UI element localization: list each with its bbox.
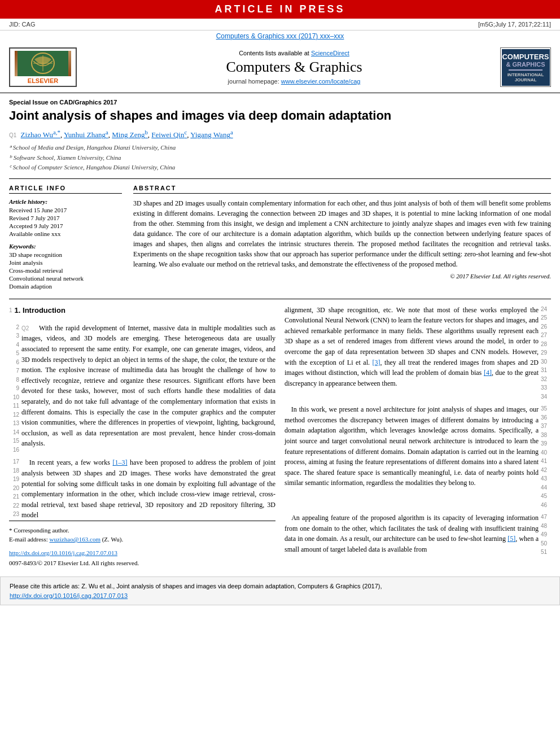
journal-homepage: journal homepage: www.elsevier.com/locat… xyxy=(88,78,500,85)
article-info-abstract: ARTICLE INFO Article history: Received 1… xyxy=(9,185,551,291)
article-history-label: Article history: xyxy=(9,198,122,205)
homepage-link[interactable]: www.elsevier.com/locate/cag xyxy=(281,78,361,85)
left-col-para1: Q2 With the rapid development of Interne… xyxy=(21,323,275,449)
section-number: 1 xyxy=(9,306,12,315)
author-yunhui[interactable]: Yunhui Zhanga xyxy=(64,130,108,139)
abstract-heading: ABSTRACT xyxy=(133,185,551,194)
right-body-col: alignment, 3D shape recognition, etc. We… xyxy=(285,305,551,567)
special-issue-label: Special Issue on CAD/Graphics 2017 xyxy=(9,99,551,106)
ref-1-3[interactable]: [1–3] xyxy=(113,458,128,466)
right-col-para3: An appealing feature of the proposed alg… xyxy=(285,513,539,554)
author-yigang[interactable]: Yigang Wanga xyxy=(190,130,233,139)
revised-date: Revised 7 July 2017 xyxy=(9,215,122,221)
author-feiwei[interactable]: Feiwei Qinc xyxy=(151,130,187,139)
journal-logo-right: COMPUTERS & GRAPHICS INTERNATIONAL JOURN… xyxy=(500,47,551,87)
intro-heading: 1. Introduction xyxy=(15,305,65,316)
footnote-section: * Corresponding author. E-mail address: … xyxy=(9,521,275,567)
keywords-label: Keywords: xyxy=(9,243,122,250)
affiliation-a: ᵃ School of Media and Design, Hangzhou D… xyxy=(9,143,551,153)
corresponding-author: * Corresponding author. xyxy=(9,526,275,535)
email-link[interactable]: wuzizhao@163.com xyxy=(49,536,100,543)
divider-1 xyxy=(9,178,551,179)
elsevier-logo: ELSEVIER xyxy=(9,47,77,87)
journal-header: ELSEVIER Contents lists available at Sci… xyxy=(0,42,560,93)
keyword-4: Convolutional neural network xyxy=(9,275,122,282)
accepted-date: Accepted 9 July 2017 xyxy=(9,222,122,229)
journal-center: Contents lists available at ScienceDirec… xyxy=(88,50,500,85)
article-info-panel: ARTICLE INFO Article history: Received 1… xyxy=(9,185,122,291)
sciencedirect-link[interactable]: ScienceDirect xyxy=(311,50,349,56)
article-info-heading: ARTICLE INFO xyxy=(9,185,122,194)
citation-text: Please cite this article as: Z. Wu et al… xyxy=(10,583,382,589)
q2-marker: Q2 xyxy=(21,325,29,331)
learn-word: learn xyxy=(398,316,412,324)
author-ming[interactable]: Ming Zengb xyxy=(112,130,148,139)
contents-available-text: Contents lists available at ScienceDirec… xyxy=(88,50,500,56)
elsevier-label: ELSEVIER xyxy=(28,77,58,84)
right-col-para1: alignment, 3D shape recognition, etc. We… xyxy=(285,305,539,389)
keyword-5: Domain adaption xyxy=(9,283,122,290)
abstract-panel: ABSTRACT 3D shapes and 2D images usually… xyxy=(133,185,551,291)
paper-title: Joint analysis of shapes and images via … xyxy=(9,108,551,124)
ref-5[interactable]: [5] xyxy=(508,535,515,543)
left-col-para2: In recent years, a few works [1–3] have … xyxy=(21,457,275,521)
body-two-col: 1 1. Introduction 2345678910111213141516… xyxy=(9,305,551,567)
email-line: E-mail address: wuzizhao@163.com (Z. Wu)… xyxy=(9,535,275,544)
issn-text: 0097-8493/© 2017 Elsevier Ltd. All right… xyxy=(9,558,275,568)
keyword-1: 3D shape recognition xyxy=(9,251,122,258)
jid-label: JID: CAG xyxy=(9,21,35,28)
affiliation-b: ᵇ Software School, Xiamen University, Ch… xyxy=(9,153,551,163)
left-line-numbers-2: 17181920212223 xyxy=(9,457,21,519)
keyword-3: Cross-modal retrieval xyxy=(9,267,122,274)
received-date: Received 15 June 2017 xyxy=(9,207,122,213)
citation-bar: Please cite this article as: Z. Wu et al… xyxy=(0,576,560,605)
available-online: Available online xxx xyxy=(9,230,122,237)
journal-volume-link[interactable]: Computers & Graphics xxx (2017) xxx–xxx xyxy=(216,32,344,40)
citation-doi-link[interactable]: http://dx.doi.org/10.1016/j.cag.2017.07.… xyxy=(10,592,128,599)
left-body-col: 1 1. Introduction 2345678910111213141516… xyxy=(9,305,275,567)
copyright: © 2017 Elsevier Ltd. All rights reserved… xyxy=(133,273,551,279)
doi-link[interactable]: http://dx.doi.org/10.1016/j.cag.2017.07.… xyxy=(9,549,117,556)
ref-3[interactable]: [3] xyxy=(373,359,380,366)
affiliations: ᵃ School of Media and Design, Hangzhou D… xyxy=(9,143,551,173)
right-line-numbers-1: 2425262728293031323334 xyxy=(539,305,551,401)
main-content: Special Issue on CAD/Graphics 2017 Joint… xyxy=(0,93,560,576)
abstract-text: 3D shapes and 2D images usually contain … xyxy=(133,198,551,269)
author-zizhao[interactable]: Zizhao Wua,* xyxy=(21,130,60,139)
right-line-numbers-3: 4748495051 xyxy=(539,513,551,557)
para-indent-marker xyxy=(32,324,39,332)
article-in-press-banner: ARTICLE IN PRESS xyxy=(0,0,560,19)
ref-4[interactable]: [4] xyxy=(484,369,492,377)
meta-info: [m5G;July 17, 2017;22:11] xyxy=(478,21,551,28)
body-section: 1 1. Introduction 2345678910111213141516… xyxy=(9,299,551,567)
q1-marker: Q1 xyxy=(9,132,16,138)
authors-line: Q1 Zizhao Wua,*, Yunhui Zhanga, Ming Zen… xyxy=(9,129,551,139)
keyword-2: Joint analysis xyxy=(9,259,122,266)
elsevier-logo-image xyxy=(15,51,71,76)
left-line-numbers: 2345678910111213141516 xyxy=(9,323,21,455)
affiliation-c: ᶜ School of Computer Science, Hangzhou D… xyxy=(9,163,551,173)
right-col-para2: In this work, we present a novel archite… xyxy=(285,404,539,488)
journal-title-display: Computers & Graphics xyxy=(88,59,500,76)
right-line-numbers-2: 353637383940414243444546 xyxy=(539,404,551,509)
jid-bar: JID: CAG [m5G;July 17, 2017;22:11] xyxy=(0,19,560,30)
keywords-section: Keywords: 3D shape recognition Joint ana… xyxy=(9,243,122,290)
cg-logo: COMPUTERS & GRAPHICS INTERNATIONAL JOURN… xyxy=(502,49,550,86)
